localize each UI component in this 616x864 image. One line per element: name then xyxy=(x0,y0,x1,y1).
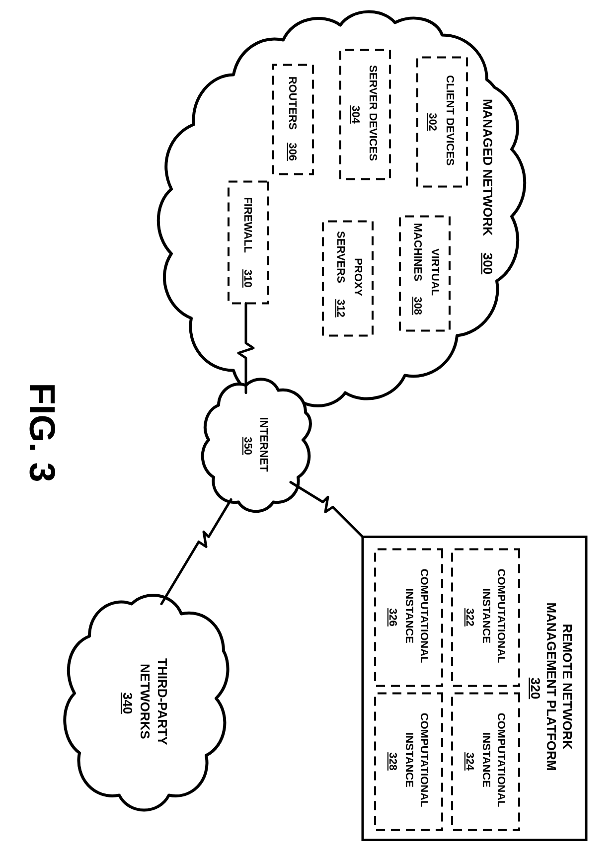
firewall-box: FIREWALL 310 xyxy=(229,181,268,303)
svg-text:FIREWALL
            310: FIREWALL 310 xyxy=(242,197,254,287)
computational-instance-322: COMPUTATIONAL INSTANCE 322 xyxy=(452,549,519,686)
svg-rect-0 xyxy=(417,57,467,186)
svg-rect-2 xyxy=(400,216,450,330)
svg-rect-4 xyxy=(340,50,390,179)
svg-text:ROUTERS
            306: ROUTERS 306 xyxy=(287,76,299,160)
third-party-cloud: THIRD-PARTY NETWORKS 340 xyxy=(65,595,228,810)
routers-box: ROUTERS 306 xyxy=(273,65,313,174)
managed-network-cloud: MANAGED NETWORK 300 CLIENT DEVICES 302 V… xyxy=(158,11,525,405)
link-internet-thirdparty xyxy=(161,499,231,604)
svg-rect-6 xyxy=(323,221,373,335)
virtual-machines-box: VIRTUAL MACHINES 308 xyxy=(400,216,450,330)
internet-cloud: INTERNET 350 xyxy=(203,379,310,511)
diagram-root: MANAGED NETWORK 300 CLIENT DEVICES 302 V… xyxy=(0,0,616,864)
proxy-servers-box: PROXY SERVERS 312 xyxy=(323,221,373,335)
figure-label: FIG. 3 xyxy=(22,383,62,482)
computational-instance-326: COMPUTATIONAL INSTANCE 326 xyxy=(375,549,442,686)
link-internet-platform xyxy=(291,482,363,537)
computational-instance-328: COMPUTATIONAL INSTANCE 328 xyxy=(375,693,442,830)
client-devices-box: CLIENT DEVICES 302 xyxy=(417,57,467,186)
computational-instance-324: COMPUTATIONAL INSTANCE 324 xyxy=(452,693,519,830)
server-devices-box: SERVER DEVICES 304 xyxy=(340,50,390,179)
remote-platform-box: REMOTE NETWORK MANAGEMENT PLATFORM 320 C… xyxy=(363,537,586,840)
